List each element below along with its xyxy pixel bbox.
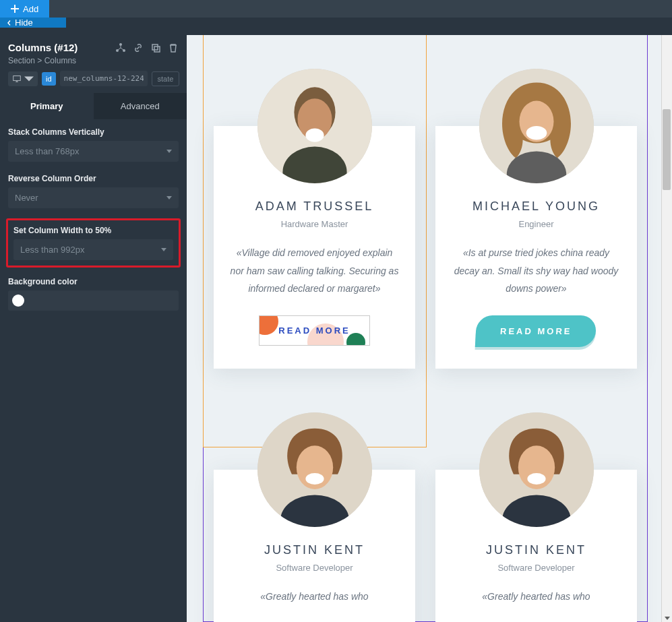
breadcrumb[interactable]: Section > Columns [0,56,187,71]
bgcolor-label: Background color [8,277,179,286]
avatar [257,69,372,183]
card-name: JUSTIN KENT [228,543,400,557]
card-quote: «Greatly hearted has who [228,588,400,606]
width50-value: Less than 992px [20,245,84,255]
state-button[interactable]: state [152,71,180,86]
team-card[interactable]: JUSTIN KENT Software Developer «Greatly … [435,470,637,622]
stack-value: Less than 768px [15,146,79,156]
tree-icon[interactable] [115,42,126,53]
chevron-down-icon [161,248,166,251]
device-selector[interactable] [8,71,38,86]
decor-shape [259,315,278,335]
svg-rect-4 [154,46,160,52]
canvas: ADAM TRUSSEL Hardware Master «Village di… [187,35,672,622]
width50-label: Set Column Width to 50% [13,226,173,235]
card-quote: «Greatly hearted has who [450,588,622,606]
stack-label: Stack Columns Vertically [8,127,179,137]
card-quote: «Village did removed enjoyed explain nor… [228,244,400,298]
vertical-scrollbar[interactable] [661,35,672,622]
card-role: Engineer [450,219,622,229]
card-role: Software Developer [450,563,622,573]
team-card[interactable]: ADAM TRUSSEL Hardware Master «Village di… [214,126,415,369]
card-role: Hardware Master [228,219,400,229]
hide-label: Hide [15,18,33,28]
svg-rect-5 [13,75,21,80]
card-name: JUSTIN KENT [450,543,622,557]
avatar [479,412,594,527]
read-more-label: READ MORE [500,326,572,336]
reverse-select[interactable]: Never [8,187,179,208]
id-badge[interactable]: id [42,72,56,86]
avatar [257,412,372,527]
id-input[interactable] [60,71,148,86]
svg-point-21 [527,473,545,485]
desktop-icon [12,74,22,84]
reverse-value: Never [15,193,38,203]
trash-icon[interactable] [168,42,179,53]
card-quote: «Is at purse tried jokes china ready dec… [450,244,622,298]
stack-select[interactable]: Less than 768px [8,141,179,162]
reverse-label: Reverse Column Order [8,174,179,183]
sidebar-panel: Columns (#12) Section > Columns id state… [0,35,187,622]
plus-icon [11,5,19,13]
chevron-down-icon [166,196,172,199]
svg-point-13 [526,126,547,139]
header-bar [49,0,672,18]
svg-point-17 [305,473,324,485]
avatar [479,69,594,183]
link-icon[interactable] [133,42,144,53]
chevron-left-icon [5,20,12,26]
width50-group-highlighted: Set Column Width to 50% Less than 992px [6,218,181,268]
chevron-down-icon [166,150,172,153]
add-label: Add [23,4,38,14]
panel-title: Columns (#12) [8,42,78,53]
team-card[interactable]: JUSTIN KENT Software Developer «Greatly … [214,470,415,622]
card-name: ADAM TRUSSEL [228,199,400,214]
read-more-label: READ MORE [278,325,350,336]
scroll-down-icon[interactable] [665,617,670,620]
tab-advanced[interactable]: Advanced [94,93,187,119]
width50-select[interactable]: Less than 992px [13,239,173,260]
hide-button[interactable]: Hide [0,18,66,28]
svg-rect-3 [152,44,158,50]
scroll-thumb[interactable] [663,109,671,190]
read-more-button[interactable]: READ MORE [475,315,597,347]
duplicate-icon[interactable] [150,42,161,53]
color-swatch [12,294,24,307]
read-more-button[interactable]: READ MORE [259,315,369,346]
tab-primary[interactable]: Primary [0,93,94,119]
chevron-down-icon [24,74,34,84]
card-role: Software Developer [228,563,400,573]
team-card[interactable]: MICHAEL YOUNG Engineer «Is at purse trie… [435,126,637,369]
add-button[interactable]: Add [0,0,49,18]
svg-point-9 [305,128,324,142]
bgcolor-picker[interactable] [8,290,179,311]
svg-point-0 [119,43,122,46]
card-name: MICHAEL YOUNG [450,199,622,214]
